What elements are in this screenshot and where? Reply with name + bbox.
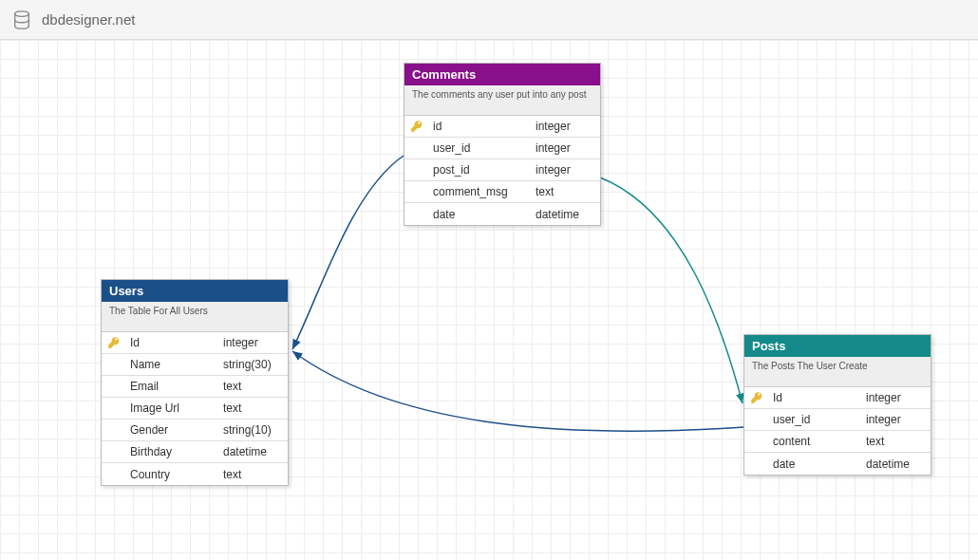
table-row[interactable]: comment_msg text [404,181,600,203]
database-icon [11,9,32,30]
table-row[interactable]: id integer [404,116,600,138]
column-name: Country [126,468,219,481]
column-type: integer [219,336,288,349]
table-row[interactable]: Gender string(10) [102,420,288,441]
key-icon [102,336,126,349]
column-type: integer [862,391,931,404]
table-row[interactable]: Country text [102,463,288,485]
table-posts-columns: Id integer user_id integer content text … [744,387,931,475]
table-row[interactable]: content text [744,431,931,453]
table-row[interactable]: post_id integer [404,159,600,181]
column-type: integer [532,120,600,133]
column-name: Email [126,380,219,393]
column-name: Name [126,358,219,371]
column-name: date [429,208,532,221]
table-row[interactable]: Image Url text [102,398,288,420]
app-header: dbdesigner.net [0,0,978,40]
column-type: integer [532,141,600,155]
table-users-columns: Id integer Name string(30) Email text Im… [102,332,288,485]
table-row[interactable]: date datetime [404,203,600,225]
table-row[interactable]: Id integer [102,332,288,354]
column-type: datetime [219,445,288,458]
column-type: datetime [862,457,931,471]
table-users-title: Users [109,284,143,298]
column-type: string(10) [219,423,288,437]
site-name: dbdesigner.net [42,11,135,28]
table-row[interactable]: date datetime [744,453,931,475]
column-name: content [769,435,862,448]
column-name: Id [126,336,219,349]
table-posts[interactable]: Posts The Posts The User Create Id integ… [743,334,931,476]
table-posts-desc: The Posts The User Create [744,357,931,387]
table-users-header[interactable]: Users [102,280,288,302]
column-name: Birthday [126,445,219,458]
table-users-desc: The Table For All Users [102,302,288,332]
table-row[interactable]: Email text [102,376,288,398]
column-name: Image Url [126,401,219,415]
column-type: text [219,380,288,393]
key-icon [744,391,769,404]
column-type: integer [862,413,931,426]
column-type: string(30) [219,358,288,371]
table-comments-desc: The comments any user put into any post [404,85,600,116]
column-name: post_id [429,163,532,177]
table-comments-columns: id integer user_id integer post_id integ… [404,116,600,225]
design-canvas[interactable]: Users The Table For All Users Id integer… [0,40,978,560]
table-row[interactable]: user_id integer [744,409,931,431]
column-name: user_id [769,413,862,426]
column-name: Id [769,391,862,404]
column-type: text [862,435,931,448]
column-type: integer [532,163,600,177]
table-comments[interactable]: Comments The comments any user put into … [404,63,601,226]
column-name: date [769,457,862,471]
column-type: datetime [532,208,600,221]
key-icon [404,120,429,133]
table-row[interactable]: Id integer [744,387,931,409]
column-type: text [532,185,600,198]
table-posts-title: Posts [752,339,785,353]
column-type: text [219,468,288,481]
column-name: user_id [429,141,532,155]
table-comments-header[interactable]: Comments [404,64,600,85]
table-row[interactable]: Birthday datetime [102,441,288,463]
column-name: Gender [126,423,219,437]
column-name: comment_msg [429,185,532,198]
column-name: id [429,120,532,133]
table-comments-title: Comments [412,67,476,82]
table-users[interactable]: Users The Table For All Users Id integer… [101,279,289,486]
table-row[interactable]: Name string(30) [102,354,288,376]
table-posts-header[interactable]: Posts [744,335,931,357]
svg-point-0 [15,10,29,16]
table-row[interactable]: user_id integer [404,138,600,159]
column-type: text [219,401,288,415]
